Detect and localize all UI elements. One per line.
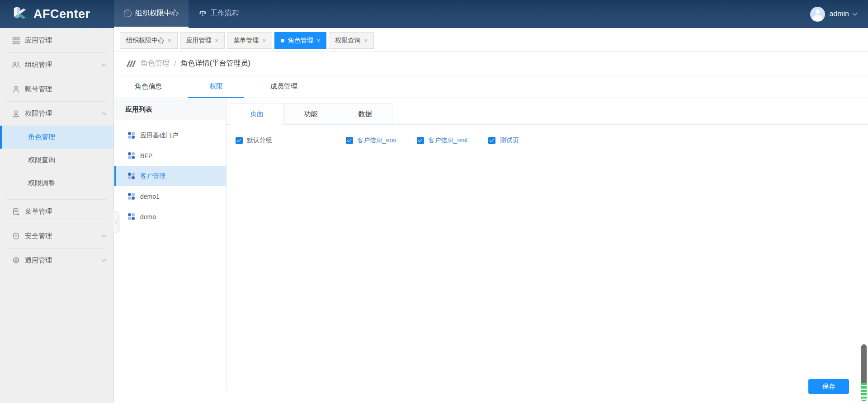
avatar — [810, 7, 825, 22]
app-item-bfp[interactable]: BFP — [114, 145, 226, 166]
scrollbar-green-stripes — [861, 383, 867, 401]
close-icon[interactable]: × — [262, 37, 266, 44]
checkbox-customer-info-rest[interactable]: 客户信息_rest — [417, 136, 467, 145]
workflow-icon — [198, 9, 207, 18]
page-tab-permission-query[interactable]: 权限查询 × — [329, 32, 374, 49]
person-badge-icon — [12, 109, 20, 117]
main-area: 组织权限中心 × 应用管理 × 菜单管理 × 角色管理 × 权限查询 × — [114, 28, 868, 403]
chevron-down-icon — [102, 233, 106, 237]
user-name: admin — [829, 10, 849, 18]
topnav-org-permission-center[interactable]: ♡ 组织权限中心 — [114, 0, 189, 28]
person-icon — [12, 85, 20, 93]
page-tab-org-permission-center[interactable]: 组织权限中心 × — [120, 32, 178, 49]
app-list-panel: 应用列表 应用基础门户 BFP 客户管理 demo1 — [114, 98, 226, 390]
close-icon[interactable]: × — [215, 37, 219, 44]
chevron-up-icon — [102, 112, 106, 117]
tab-member-management[interactable]: 成员管理 — [250, 75, 318, 98]
afcenter-logo-icon — [10, 5, 29, 23]
checkbox-test-page[interactable]: 测试页 — [488, 136, 519, 145]
app-icon — [128, 132, 135, 139]
tab-pages[interactable]: 页面 — [230, 103, 284, 125]
slashes-icon — [126, 60, 136, 67]
checkbox-checked-icon[interactable] — [236, 137, 243, 144]
heart-circle-icon: ♡ — [124, 9, 132, 17]
tab-data[interactable]: 数据 — [338, 103, 392, 125]
sidebar-item-permission-adjust[interactable]: 权限调整 — [0, 172, 113, 195]
shield-plus-icon — [12, 232, 20, 240]
sidebar-item-menu-management[interactable]: 菜单管理 — [0, 199, 113, 224]
sidebar-collapse-handle[interactable] — [113, 211, 119, 233]
app-logo[interactable]: AFCenter — [0, 0, 114, 28]
page-tab-role-management[interactable]: 角色管理 × — [274, 32, 327, 49]
gear-icon — [12, 256, 20, 264]
chevron-down-icon — [102, 257, 106, 262]
permission-detail-panel: 页面 功能 数据 默认分组 客户信息_eos — [226, 98, 868, 403]
app-item-demo[interactable]: demo — [114, 206, 226, 227]
document-icon — [12, 207, 20, 216]
tab-permissions[interactable]: 权限 — [182, 75, 250, 98]
grid-icon — [12, 36, 20, 44]
top-bar: AFCenter ♡ 组织权限中心 工作流程 admin — [0, 0, 868, 28]
detail-tab-bar: 角色信息 权限 成员管理 — [114, 75, 868, 98]
close-icon[interactable]: × — [317, 37, 321, 44]
checkbox-checked-icon[interactable] — [417, 137, 424, 144]
checkbox-default-group[interactable]: 默认分组 — [236, 136, 325, 145]
sidebar-item-security-management[interactable]: 安全管理 — [0, 224, 113, 248]
breadcrumb-parent[interactable]: 角色管理 — [141, 59, 170, 68]
top-nav: ♡ 组织权限中心 工作流程 — [114, 0, 249, 28]
page-tab-menu-management[interactable]: 菜单管理 × — [227, 32, 272, 49]
app-icon — [128, 193, 135, 200]
permission-type-tabs: 页面 功能 数据 — [230, 103, 868, 125]
sidebar-item-permission-query[interactable]: 权限查询 — [0, 149, 113, 172]
page-permission-checkboxes: 默认分组 客户信息_eos 客户信息_rest 测试页 — [236, 136, 868, 145]
tab-role-info[interactable]: 角色信息 — [114, 75, 182, 98]
close-icon[interactable]: × — [364, 37, 368, 44]
breadcrumb-separator: / — [174, 60, 176, 68]
app-item-basic-portal[interactable]: 应用基础门户 — [114, 125, 226, 145]
chevron-down-icon — [102, 61, 106, 66]
close-icon[interactable]: × — [168, 37, 171, 44]
checkbox-checked-icon[interactable] — [346, 137, 353, 144]
permission-content: 应用列表 应用基础门户 BFP 客户管理 demo1 — [114, 98, 868, 403]
tab-functions[interactable]: 功能 — [284, 103, 338, 125]
sidebar-item-role-management[interactable]: 角色管理 — [0, 126, 113, 149]
user-menu[interactable]: admin — [810, 0, 868, 28]
sidebar-item-permission-management[interactable]: 权限管理 — [0, 101, 113, 126]
chevron-down-icon — [853, 11, 857, 15]
sidebar-item-account-management[interactable]: 账号管理 — [0, 77, 113, 101]
sidebar: 应用管理 组织管理 账号管理 权限管理 角色管理 — [0, 28, 114, 403]
app-list: 应用基础门户 BFP 客户管理 demo1 demo — [114, 120, 226, 227]
topnav-workflow[interactable]: 工作流程 — [189, 0, 249, 28]
vertical-scrollbar-thumb[interactable] — [861, 344, 867, 401]
app-icon — [128, 213, 135, 220]
chevron-left-icon — [115, 220, 118, 224]
sidebar-item-app-management[interactable]: 应用管理 — [0, 28, 113, 52]
breadcrumb-current: 角色详情(平台管理员) — [180, 59, 250, 68]
logo-text: AFCenter — [33, 7, 90, 21]
active-dot-icon — [281, 39, 284, 42]
page-tab-bar: 组织权限中心 × 应用管理 × 菜单管理 × 角色管理 × 权限查询 × — [114, 28, 868, 52]
app-icon — [128, 173, 135, 179]
app-icon — [128, 152, 135, 159]
checkbox-checked-icon[interactable] — [488, 137, 495, 144]
sidebar-submenu-permission: 角色管理 权限查询 权限调整 — [0, 126, 113, 199]
app-item-demo1[interactable]: demo1 — [114, 186, 226, 206]
people-icon — [12, 61, 20, 69]
sidebar-item-general-management[interactable]: 通用管理 — [0, 248, 113, 272]
page-tab-app-management[interactable]: 应用管理 × — [180, 32, 225, 49]
sidebar-item-org-management[interactable]: 组织管理 — [0, 52, 113, 77]
checkbox-customer-info-eos[interactable]: 客户信息_eos — [346, 136, 396, 145]
app-item-customer-management[interactable]: 客户管理 — [114, 166, 226, 186]
breadcrumb: 角色管理 / 角色详情(平台管理员) — [114, 52, 868, 75]
app-list-title: 应用列表 — [114, 98, 226, 120]
save-button[interactable]: 保存 — [808, 379, 849, 394]
